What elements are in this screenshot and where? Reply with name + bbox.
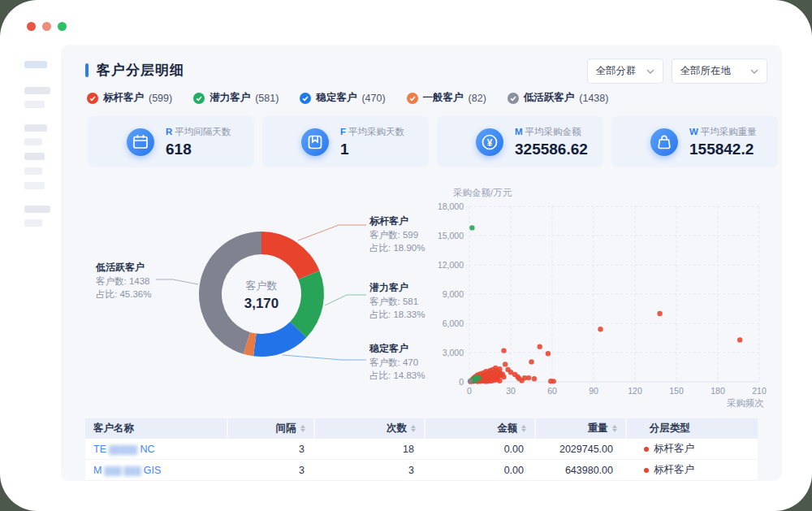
stat-card-frequency: F平均采购天数 1 <box>262 116 429 167</box>
scatter-chart[interactable]: 03,0006,0009,00012,00015,00018,000030609… <box>438 184 788 415</box>
cell-type: 标杆客户 <box>621 463 753 477</box>
stat-label-text: 平均间隔天数 <box>175 127 231 136</box>
legend-item-2[interactable]: 稳定客户 (470) <box>300 91 385 105</box>
stat-label: R平均间隔天数 <box>166 126 231 138</box>
scatter-point[interactable] <box>503 362 508 366</box>
svg-text:150: 150 <box>669 386 684 396</box>
donut-callout: 低活跃客户客户数: 1438占比: 45.36% <box>96 261 151 301</box>
legend-item-0[interactable]: 标杆客户 (599) <box>87 91 172 105</box>
minimize-button[interactable] <box>42 22 51 31</box>
table-row[interactable]: M███ ███GIS 3 3 0.00 643980.00 标杆客户 <box>85 460 758 481</box>
donut-center-label: 客户数 <box>246 279 278 292</box>
scatter-point[interactable] <box>546 351 551 356</box>
legend-count: (599) <box>149 93 172 104</box>
location-filter-select[interactable]: 全部所在地 <box>672 58 768 84</box>
type-dot-icon <box>644 468 649 473</box>
chevron-down-icon <box>646 69 654 74</box>
scatter-point[interactable] <box>501 375 506 379</box>
legend-item-1[interactable]: 潜力客户 (581) <box>193 91 279 105</box>
svg-text:0: 0 <box>459 377 464 387</box>
stat-card-monetary: ¥ M平均采购金额 325586.62 <box>437 116 603 167</box>
svg-text:0: 0 <box>467 386 472 396</box>
callout-percent: 占比: 14.83% <box>369 369 425 382</box>
check-circle-icon <box>508 93 519 104</box>
customer-table: 客户名称 间隔 次数 金额 重量 分层类型 TE█████NC 3 18 0.0… <box>85 418 758 481</box>
scatter-point[interactable] <box>529 359 533 364</box>
donut-center-value: 3,170 <box>244 296 279 311</box>
stat-label-text: 平均采购金额 <box>525 127 581 136</box>
sort-icon[interactable] <box>300 422 305 435</box>
scatter-point[interactable] <box>469 225 474 230</box>
column-header-times[interactable]: 次数 <box>315 418 424 439</box>
sidebar-skeleton-item <box>24 206 50 213</box>
group-filter-select[interactable]: 全部分群 <box>587 58 663 84</box>
legend-count: (581) <box>255 93 279 104</box>
scatter-point[interactable] <box>532 376 537 381</box>
column-header-amount[interactable]: 金额 <box>425 418 534 439</box>
cell-amount: 0.00 <box>422 444 532 455</box>
scatter-point[interactable] <box>657 311 662 316</box>
column-header-interval[interactable]: 间隔 <box>228 418 313 439</box>
stat-cards: R平均间隔天数 618 F平均采购天数 1 ¥ <box>88 116 778 167</box>
cell-type: 标杆客户 <box>621 442 753 456</box>
scatter-point[interactable] <box>526 375 531 380</box>
callout-percent: 占比: 45.36% <box>96 288 151 301</box>
cell-interval: 3 <box>227 444 313 455</box>
callout-title: 潜力客户 <box>369 281 425 294</box>
segment-legend: 标杆客户 (599) 潜力客户 (581) 稳定客户 (470) 一般客户 (8… <box>87 91 608 105</box>
close-button[interactable] <box>27 22 36 31</box>
sort-icon[interactable] <box>411 422 416 435</box>
sidebar-skeleton-item <box>24 219 42 227</box>
donut-callout: 潜力客户客户数: 581占比: 18.33% <box>369 281 425 321</box>
scatter-point[interactable] <box>473 378 477 383</box>
svg-text:90: 90 <box>589 386 598 396</box>
sidebar-skeleton-item <box>24 153 45 160</box>
svg-text:12,000: 12,000 <box>438 260 464 270</box>
column-header-type: 分层类型 <box>627 418 758 439</box>
scatter-point[interactable] <box>497 366 502 371</box>
sidebar-skeleton-item <box>24 87 50 94</box>
scatter-point[interactable] <box>598 327 603 331</box>
legend-item-3[interactable]: 一般客户 (82) <box>407 91 486 105</box>
legend-item-4[interactable]: 低活跃客户 (1438) <box>508 91 609 105</box>
panel-header: 客户分层明细 <box>85 61 184 80</box>
stat-label: M平均采购金额 <box>515 126 588 138</box>
donut-slice-标杆客户[interactable] <box>261 232 319 279</box>
svg-text:6,000: 6,000 <box>443 318 464 328</box>
stat-value: 1 <box>340 141 404 158</box>
scatter-point[interactable] <box>497 378 502 383</box>
check-circle-icon <box>87 93 98 104</box>
legend-label: 一般客户 <box>423 91 464 105</box>
zoom-button[interactable] <box>58 22 67 31</box>
check-circle-icon <box>300 93 311 104</box>
cell-times: 3 <box>313 465 422 476</box>
stat-value: 618 <box>166 141 231 158</box>
scatter-point[interactable] <box>737 337 742 342</box>
legend-label: 标杆客户 <box>103 91 144 105</box>
scatter-point[interactable] <box>551 379 556 383</box>
table-header-row: 客户名称 间隔 次数 金额 重量 分层类型 <box>85 418 758 439</box>
customer-name-link[interactable]: M███ ███GIS <box>93 465 161 476</box>
scatter-point[interactable] <box>538 344 542 349</box>
sort-icon[interactable] <box>612 422 617 435</box>
page-title: 客户分层明细 <box>97 61 184 80</box>
stat-card-weight: W平均采购重量 155842.2 <box>611 116 778 167</box>
customer-name-link[interactable]: TE█████NC <box>93 444 154 455</box>
legend-count: (470) <box>361 93 385 104</box>
scatter-point[interactable] <box>468 379 473 383</box>
svg-text:9,000: 9,000 <box>443 289 464 299</box>
table-row[interactable]: TE█████NC 3 18 0.00 2029745.00 标杆客户 <box>85 439 758 460</box>
callout-line <box>325 295 366 305</box>
stat-value: 155842.2 <box>689 141 757 158</box>
cell-amount: 0.00 <box>422 465 532 476</box>
sidebar-skeleton-item <box>24 138 42 145</box>
sort-icon[interactable] <box>521 422 526 435</box>
callout-line <box>156 279 198 284</box>
scatter-point[interactable] <box>501 348 506 353</box>
callout-count: 客户数: 470 <box>369 356 425 369</box>
callout-line <box>298 225 366 240</box>
sidebar-skeleton-item <box>24 167 42 175</box>
column-header-weight[interactable]: 重量 <box>536 418 624 439</box>
stat-label: F平均采购天数 <box>340 126 404 138</box>
stat-letter: M <box>515 127 523 136</box>
